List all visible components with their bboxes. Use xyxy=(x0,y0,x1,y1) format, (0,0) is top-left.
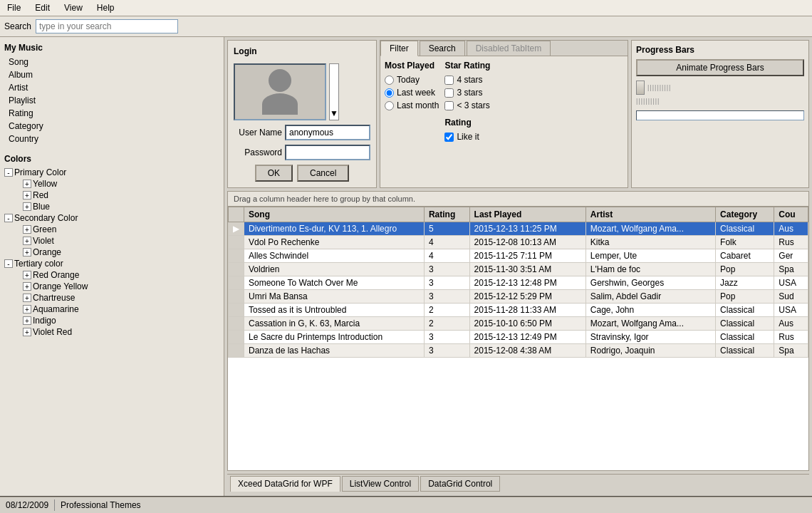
primary-color-children: + Yellow + Red + Blue xyxy=(3,178,221,212)
table-row[interactable]: Le Sacre du Printemps Introduction 3 201… xyxy=(229,331,808,344)
tree-blue[interactable]: + Blue xyxy=(11,201,221,212)
tree-orange-yellow[interactable]: + Orange Yellow xyxy=(11,281,221,292)
four-stars-row[interactable]: 4 stars xyxy=(444,75,490,85)
three-stars-checkbox[interactable] xyxy=(444,88,454,98)
col-indicator[interactable] xyxy=(229,207,244,222)
red-expand-icon[interactable]: + xyxy=(23,191,31,200)
bottom-tab-listview[interactable]: ListView Control xyxy=(342,476,419,492)
less-three-stars-row[interactable]: < 3 stars xyxy=(444,100,490,110)
search-label: Search xyxy=(4,21,31,31)
today-radio[interactable] xyxy=(385,76,394,85)
col-category[interactable]: Category xyxy=(716,207,774,222)
three-stars-row[interactable]: 3 stars xyxy=(444,88,490,98)
sidebar-item-playlist[interactable]: Playlist xyxy=(3,94,221,107)
cancel-button[interactable]: Cancel xyxy=(297,165,349,182)
tree-aquamarine[interactable]: + Aquamarine xyxy=(11,304,221,315)
my-music-title: My Music xyxy=(3,40,221,56)
tab-search[interactable]: Search xyxy=(420,41,465,56)
four-stars-checkbox[interactable] xyxy=(444,76,454,85)
sidebar-item-rating[interactable]: Rating xyxy=(3,107,221,120)
grid-table-wrapper[interactable]: Song Rating Last Played Artist Category … xyxy=(228,207,808,470)
table-row[interactable]: Cassation in G, K. 63, Marcia 2 2015-10-… xyxy=(229,317,808,331)
tree-yellow[interactable]: + Yellow xyxy=(11,178,221,190)
tree-primary-color[interactable]: - Primary Color xyxy=(3,167,221,178)
last-month-radio[interactable] xyxy=(385,101,394,110)
last-month-radio-row[interactable]: Last month xyxy=(385,100,439,110)
slider-thumb[interactable] xyxy=(636,81,645,95)
table-row[interactable]: Tossed as it is Untroubled 2 2015-11-28 … xyxy=(229,304,808,317)
red-orange-expand-icon[interactable]: + xyxy=(23,271,31,279)
col-country[interactable]: Cou xyxy=(774,207,808,222)
avatar-dropdown-btn[interactable]: ▼ xyxy=(329,63,339,120)
table-row[interactable]: Someone To Watch Over Me 3 2015-12-13 12… xyxy=(229,276,808,290)
sidebar-item-artist[interactable]: Artist xyxy=(3,81,221,94)
sidebar-item-song[interactable]: Song xyxy=(3,56,221,68)
tree-red[interactable]: + Red xyxy=(11,190,221,201)
cell-category: Classical xyxy=(716,304,774,317)
sidebar-item-album[interactable]: Album xyxy=(3,68,221,81)
table-row[interactable]: Voldrien 3 2015-11-30 3:51 AM L'Ham de f… xyxy=(229,263,808,276)
today-radio-row[interactable]: Today xyxy=(385,75,439,85)
tree-violet[interactable]: + Violet xyxy=(11,235,221,247)
tab-filter[interactable]: Filter xyxy=(380,41,418,56)
menu-help[interactable]: Help xyxy=(94,1,118,14)
violet-red-expand-icon[interactable]: + xyxy=(23,328,31,336)
table-row[interactable]: Danza de las Hachas 3 2015-12-08 4:38 AM… xyxy=(229,344,808,358)
table-row[interactable]: Umri Ma Bansa 3 2015-12-12 5:29 PM Salim… xyxy=(229,290,808,304)
tree-secondary-color[interactable]: - Secondary Color xyxy=(3,212,221,224)
grid-table: Song Rating Last Played Artist Category … xyxy=(228,207,808,358)
menu-edit[interactable]: Edit xyxy=(32,1,53,14)
primary-color-expand-icon[interactable]: - xyxy=(4,168,13,177)
sidebar-item-category[interactable]: Category xyxy=(3,120,221,133)
col-rating[interactable]: Rating xyxy=(424,207,469,222)
table-row[interactable]: Vdol Po Rechenke 4 2015-12-08 10:13 AM K… xyxy=(229,236,808,249)
bottom-tab-datagrid[interactable]: DataGrid Control xyxy=(420,476,500,492)
login-buttons: OK Cancel xyxy=(234,165,370,182)
yellow-expand-icon[interactable]: + xyxy=(23,180,31,188)
table-row[interactable]: ▶ Divertimento Es-dur, KV 113, 1. Allegr… xyxy=(229,222,808,236)
chartreuse-expand-icon[interactable]: + xyxy=(23,294,31,302)
bottom-tab-xceed[interactable]: Xceed DataGrid for WPF xyxy=(230,476,340,492)
cell-last-played: 2015-12-13 12:49 PM xyxy=(469,331,585,344)
aquamarine-expand-icon[interactable]: + xyxy=(23,305,31,314)
blue-expand-icon[interactable]: + xyxy=(23,202,31,211)
violet-red-label: Violet Red xyxy=(33,327,72,337)
password-input[interactable] xyxy=(285,145,370,160)
status-date: 08/12/2009 xyxy=(6,500,48,510)
animate-progress-button[interactable]: Animate Progress Bars xyxy=(636,59,804,76)
green-expand-icon[interactable]: + xyxy=(23,225,31,234)
tree-red-orange[interactable]: + Red Orange xyxy=(11,269,221,281)
tree-tertiary-color[interactable]: - Tertiary color xyxy=(3,258,221,269)
username-input[interactable] xyxy=(285,125,370,140)
status-theme: Professional Themes xyxy=(61,500,141,510)
tree-indigo[interactable]: + Indigo xyxy=(11,315,221,326)
row-indicator xyxy=(229,276,244,290)
orange-yellow-expand-icon[interactable]: + xyxy=(23,282,31,291)
secondary-color-expand-icon[interactable]: - xyxy=(4,214,13,222)
cell-country: Sud xyxy=(774,290,808,304)
last-week-radio[interactable] xyxy=(385,88,394,98)
last-week-radio-row[interactable]: Last week xyxy=(385,88,439,98)
sidebar-item-country[interactable]: Country xyxy=(3,133,221,145)
indigo-expand-icon[interactable]: + xyxy=(23,316,31,325)
tree-chartreuse[interactable]: + Chartreuse xyxy=(11,292,221,304)
tree-violet-red[interactable]: + Violet Red xyxy=(11,326,221,338)
orange-expand-icon[interactable]: + xyxy=(23,248,31,256)
tree-green[interactable]: + Green xyxy=(11,224,221,235)
col-last-played[interactable]: Last Played xyxy=(469,207,585,222)
ok-button[interactable]: OK xyxy=(255,165,293,182)
search-input[interactable] xyxy=(36,19,178,33)
menu-view[interactable]: View xyxy=(61,1,85,14)
colors-section: Colors - Primary Color + Yellow + Red + … xyxy=(3,151,221,338)
like-it-row[interactable]: Like it xyxy=(444,132,490,142)
tertiary-color-expand-icon[interactable]: - xyxy=(4,259,13,268)
like-it-checkbox[interactable] xyxy=(444,133,454,142)
tree-orange[interactable]: + Orange xyxy=(11,247,221,258)
table-row[interactable]: Alles Schwindel 4 2015-11-25 7:11 PM Lem… xyxy=(229,249,808,263)
cell-song: Cassation in G, K. 63, Marcia xyxy=(244,317,425,331)
col-song[interactable]: Song xyxy=(244,207,425,222)
violet-expand-icon[interactable]: + xyxy=(23,237,31,245)
less-three-stars-checkbox[interactable] xyxy=(444,101,454,110)
col-artist[interactable]: Artist xyxy=(585,207,715,222)
menu-file[interactable]: File xyxy=(4,1,24,14)
